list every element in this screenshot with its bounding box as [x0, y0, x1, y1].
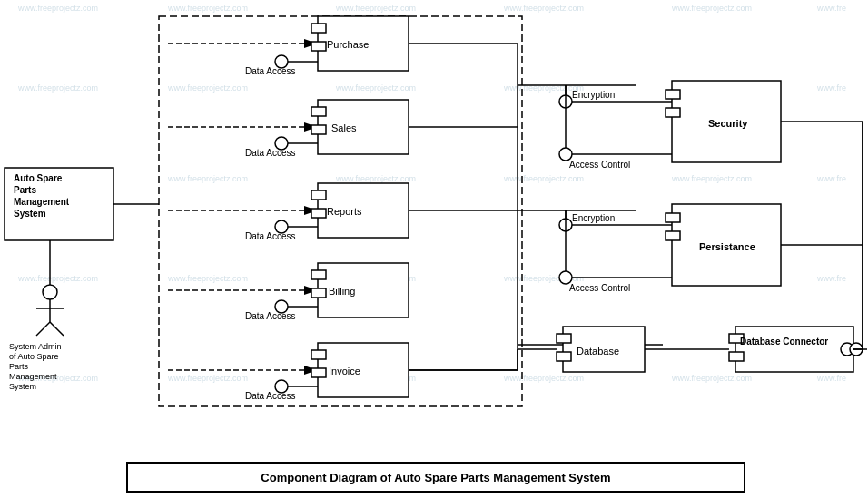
- svg-text:www.freeprojectz.com: www.freeprojectz.com: [167, 4, 248, 13]
- svg-text:www.freeprojectz.com: www.freeprojectz.com: [335, 83, 416, 93]
- svg-text:www.fre: www.fre: [816, 274, 846, 283]
- svg-text:www.fre: www.fre: [816, 174, 846, 183]
- svg-text:www.freeprojectz.com: www.freeprojectz.com: [671, 4, 752, 13]
- svg-text:Data Access: Data Access: [245, 148, 296, 158]
- svg-rect-141: [557, 352, 571, 361]
- svg-rect-61: [311, 107, 326, 116]
- svg-text:Management: Management: [9, 372, 57, 381]
- svg-text:Parts: Parts: [14, 185, 36, 195]
- svg-text:System: System: [14, 209, 46, 219]
- svg-text:www.freeprojectz.com: www.freeprojectz.com: [503, 174, 584, 183]
- svg-rect-81: [311, 270, 326, 279]
- svg-line-39: [50, 322, 64, 336]
- svg-rect-91: [311, 368, 326, 377]
- svg-point-117: [559, 271, 572, 284]
- svg-text:www.freeprojectz.com: www.freeprojectz.com: [671, 174, 752, 183]
- svg-text:Reports: Reports: [327, 206, 362, 217]
- diagram-area: www.freeprojectz.com www.freeprojectz.co…: [0, 0, 868, 498]
- svg-rect-72: [311, 209, 326, 218]
- svg-rect-71: [311, 190, 326, 200]
- svg-text:Data Access: Data Access: [245, 391, 296, 401]
- svg-text:www.freeprojectz.com: www.freeprojectz.com: [17, 83, 98, 93]
- svg-text:Sales: Sales: [331, 122, 357, 133]
- svg-text:Access Control: Access Control: [569, 160, 630, 170]
- svg-text:Component Diagram of Auto Spar: Component Diagram of Auto Spare Parts Ma…: [261, 471, 610, 484]
- svg-text:System Admin: System Admin: [9, 342, 62, 351]
- svg-rect-90: [311, 350, 326, 359]
- svg-rect-123: [666, 231, 680, 240]
- svg-text:Parts: Parts: [9, 362, 29, 371]
- svg-text:www.freeprojectz.com: www.freeprojectz.com: [335, 174, 416, 183]
- svg-text:Data Access: Data Access: [245, 311, 296, 321]
- svg-text:Data Access: Data Access: [245, 231, 296, 241]
- svg-rect-140: [557, 334, 571, 343]
- svg-rect-130: [735, 327, 853, 372]
- svg-text:Database: Database: [577, 346, 619, 356]
- svg-text:Auto Spare: Auto Spare: [14, 173, 63, 183]
- svg-point-103: [559, 148, 572, 161]
- svg-line-38: [36, 322, 50, 336]
- svg-rect-109: [666, 108, 680, 117]
- svg-text:www.fre: www.fre: [816, 374, 846, 383]
- svg-rect-108: [666, 90, 680, 99]
- svg-text:www.fre: www.fre: [816, 83, 846, 93]
- svg-point-35: [43, 285, 57, 299]
- svg-rect-62: [311, 125, 326, 134]
- svg-text:Persistance: Persistance: [699, 241, 755, 252]
- svg-text:Access Control: Access Control: [569, 283, 630, 293]
- svg-rect-132: [729, 352, 744, 361]
- svg-rect-82: [311, 288, 326, 298]
- svg-text:Purchase: Purchase: [327, 39, 369, 50]
- svg-text:Data Access: Data Access: [245, 66, 296, 76]
- svg-text:www.freeprojectz.com: www.freeprojectz.com: [503, 4, 584, 13]
- svg-text:Billing: Billing: [329, 286, 355, 297]
- svg-text:www.freeprojectz.com: www.freeprojectz.com: [503, 374, 584, 383]
- svg-text:Management: Management: [14, 197, 70, 207]
- svg-rect-52: [311, 42, 326, 51]
- svg-text:www.freeprojectz.com: www.freeprojectz.com: [17, 4, 98, 13]
- svg-text:System: System: [9, 382, 36, 391]
- svg-text:Security: Security: [708, 118, 748, 129]
- svg-text:Encryption: Encryption: [572, 90, 615, 100]
- svg-text:www.freeprojectz.com: www.freeprojectz.com: [167, 374, 248, 383]
- svg-text:Invoice: Invoice: [329, 366, 360, 376]
- svg-rect-122: [666, 213, 680, 222]
- svg-text:www.fre: www.fre: [816, 4, 846, 13]
- svg-text:www.freeprojectz.com: www.freeprojectz.com: [167, 274, 248, 283]
- svg-rect-51: [311, 24, 326, 33]
- svg-text:www.freeprojectz.com: www.freeprojectz.com: [335, 4, 416, 13]
- svg-text:www.freeprojectz.com: www.freeprojectz.com: [167, 174, 248, 183]
- svg-text:www.freeprojectz.com: www.freeprojectz.com: [671, 374, 752, 383]
- svg-text:www.freeprojectz.com: www.freeprojectz.com: [17, 274, 98, 283]
- svg-text:of Auto Spare: of Auto Spare: [9, 352, 59, 361]
- svg-text:Encryption: Encryption: [572, 213, 615, 223]
- svg-text:Database Connector: Database Connector: [740, 337, 828, 347]
- svg-text:www.freeprojectz.com: www.freeprojectz.com: [167, 83, 248, 93]
